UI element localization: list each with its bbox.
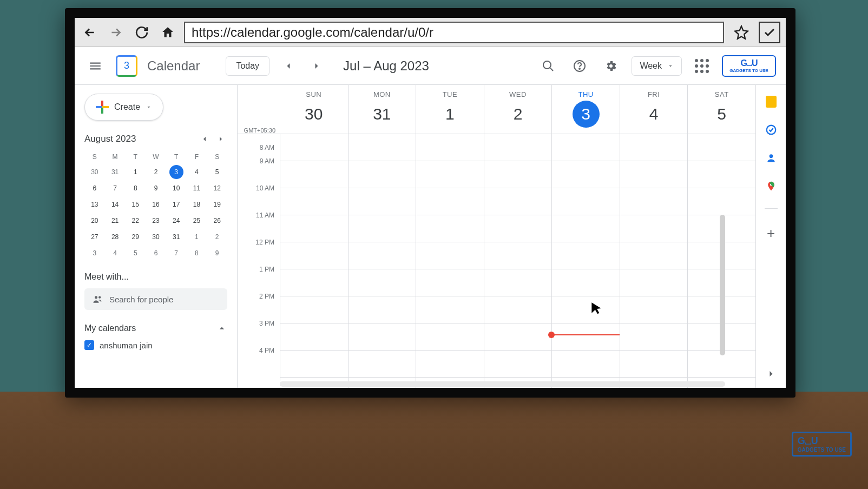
mini-day-cell[interactable]: 28 <box>108 230 122 244</box>
get-addons-button[interactable]: + <box>767 225 775 242</box>
day-number[interactable]: 1 <box>436 101 463 128</box>
vertical-scrollbar[interactable] <box>720 215 725 355</box>
mini-day-cell[interactable]: 18 <box>189 197 203 212</box>
mini-day-cell[interactable]: 25 <box>189 214 203 228</box>
contacts-icon[interactable] <box>765 152 777 164</box>
mini-day-cell[interactable]: 23 <box>149 214 163 228</box>
mini-day-cell[interactable]: 16 <box>149 197 163 212</box>
mini-day-cell[interactable]: 7 <box>108 181 122 195</box>
create-button[interactable]: Create <box>84 94 163 121</box>
maps-icon[interactable] <box>765 180 777 192</box>
mini-day-cell[interactable]: 13 <box>88 197 102 212</box>
mini-day-cell[interactable]: 5 <box>128 246 142 260</box>
bookmark-star-button[interactable] <box>731 22 752 43</box>
mini-day-cell[interactable]: 2 <box>210 230 224 244</box>
day-header[interactable]: MON31 <box>348 85 416 134</box>
day-of-week-label: THU <box>552 90 620 98</box>
day-column[interactable] <box>416 134 484 388</box>
mini-day-cell[interactable]: 4 <box>189 165 203 179</box>
mini-day-cell[interactable]: 29 <box>128 230 142 244</box>
reload-button[interactable] <box>132 23 152 42</box>
calendar-checkbox[interactable]: ✓ <box>84 340 94 350</box>
calendar-list-item[interactable]: ✓ anshuman jain <box>84 340 227 350</box>
mini-day-cell[interactable]: 12 <box>210 181 224 195</box>
prev-period-button[interactable] <box>279 57 298 75</box>
mini-day-cell[interactable]: 1 <box>128 165 142 179</box>
mini-day-cell[interactable]: 19 <box>210 197 224 212</box>
day-column[interactable] <box>484 134 552 388</box>
forward-button[interactable] <box>106 23 126 42</box>
mini-day-cell[interactable]: 7 <box>169 246 183 260</box>
chevron-down-icon <box>667 63 674 69</box>
day-header[interactable]: SAT5 <box>687 85 755 134</box>
mini-day-cell[interactable]: 9 <box>210 246 224 260</box>
back-button[interactable] <box>80 23 100 42</box>
day-column[interactable] <box>280 134 348 388</box>
people-icon <box>92 294 103 305</box>
mini-day-cell[interactable]: 20 <box>88 214 102 228</box>
day-number[interactable]: 5 <box>708 101 735 128</box>
mini-prev-button[interactable] <box>198 133 211 146</box>
mini-day-cell[interactable]: 8 <box>128 181 142 195</box>
next-period-button[interactable] <box>307 57 326 75</box>
day-column[interactable] <box>620 134 688 388</box>
mini-day-cell[interactable]: 26 <box>210 214 224 228</box>
mini-day-cell[interactable]: 2 <box>149 165 163 179</box>
search-button[interactable] <box>537 55 559 77</box>
mini-day-cell[interactable]: 6 <box>88 181 102 195</box>
day-number[interactable]: 4 <box>640 101 667 128</box>
mini-day-cell[interactable]: 30 <box>149 230 163 244</box>
mini-day-cell[interactable]: 6 <box>149 246 163 260</box>
mini-day-cell[interactable]: 30 <box>88 165 102 179</box>
mini-next-button[interactable] <box>214 133 227 146</box>
today-button[interactable]: Today <box>226 56 269 76</box>
checkbox-button[interactable] <box>759 22 780 43</box>
home-button[interactable] <box>158 23 177 42</box>
mini-day-cell[interactable]: 24 <box>169 214 183 228</box>
mini-day-cell[interactable]: 8 <box>189 246 203 260</box>
mini-day-cell[interactable]: 31 <box>108 165 122 179</box>
main-menu-button[interactable] <box>84 55 106 77</box>
day-column[interactable] <box>348 134 416 388</box>
people-search-input[interactable]: Search for people <box>84 288 227 310</box>
mini-day-cell[interactable]: 10 <box>169 181 183 195</box>
horizontal-scrollbar[interactable] <box>280 381 725 387</box>
mouse-cursor-icon <box>589 301 603 315</box>
app-title: Calendar <box>147 58 200 74</box>
day-number[interactable]: 3 <box>573 101 600 128</box>
mini-day-cell[interactable]: 17 <box>169 197 183 212</box>
mini-day-cell[interactable]: 27 <box>88 230 102 244</box>
mini-day-cell[interactable]: 11 <box>189 181 203 195</box>
day-column[interactable] <box>551 134 620 388</box>
mini-day-cell[interactable]: 9 <box>149 181 163 195</box>
day-number[interactable]: 30 <box>300 101 327 128</box>
url-bar[interactable]: https://calendar.google.com/calendar/u/0… <box>184 22 724 43</box>
help-button[interactable] <box>569 55 590 77</box>
day-header[interactable]: TUE1 <box>416 85 484 134</box>
mini-day-cell[interactable]: 15 <box>128 197 142 212</box>
mini-day-cell[interactable]: 5 <box>210 165 224 179</box>
tasks-icon[interactable] <box>765 124 777 136</box>
mini-day-cell[interactable]: 31 <box>169 230 183 244</box>
mini-day-cell[interactable]: 21 <box>108 214 122 228</box>
mini-day-cell[interactable]: 4 <box>108 246 122 260</box>
day-header[interactable]: THU3 <box>551 85 620 134</box>
day-header[interactable]: SUN30 <box>280 85 348 134</box>
hide-panel-button[interactable] <box>766 368 777 379</box>
mini-day-cell[interactable]: 3 <box>88 246 102 260</box>
mini-day-cell[interactable]: 3 <box>169 165 183 179</box>
mini-day-cell[interactable]: 22 <box>128 214 142 228</box>
day-number[interactable]: 31 <box>369 101 396 128</box>
chevron-up-icon <box>216 323 227 334</box>
account-brand-logo[interactable]: G⎵U GADGETS TO USE <box>722 55 776 77</box>
mini-day-cell[interactable]: 1 <box>189 230 203 244</box>
view-selector[interactable]: Week <box>632 56 682 76</box>
google-apps-button[interactable] <box>692 56 712 76</box>
day-number[interactable]: 2 <box>504 101 531 128</box>
mini-day-cell[interactable]: 14 <box>108 197 122 212</box>
settings-button[interactable] <box>600 55 622 77</box>
day-header[interactable]: FRI4 <box>620 85 688 134</box>
day-header[interactable]: WED2 <box>484 85 552 134</box>
my-calendars-toggle[interactable]: My calendars <box>84 323 227 334</box>
keep-icon[interactable] <box>766 96 777 108</box>
